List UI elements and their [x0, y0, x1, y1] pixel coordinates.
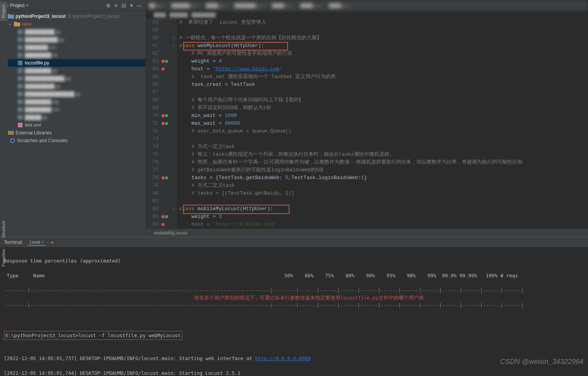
scratch-icon — [9, 138, 16, 143]
sidetab-favorites[interactable]: Favorites — [0, 246, 7, 270]
svg-rect-17 — [18, 115, 23, 120]
tree-item[interactable]: ████████.log — [0, 98, 146, 106]
term-cmd-line: E:\pythonProject3_locust>locust -f locus… — [4, 331, 584, 340]
xml-file-icon — [17, 122, 23, 128]
library-icon — [8, 130, 14, 136]
svg-rect-9 — [18, 53, 23, 57]
terminal-tabs: Terminal: Local × + — [0, 237, 588, 247]
folder-icon — [14, 21, 20, 27]
expand-icon[interactable]: ≡ — [112, 2, 120, 9]
tree-item[interactable]: ██████████.py — [0, 36, 146, 44]
term-sep: --------|-------------------------------… — [4, 301, 584, 309]
svg-rect-8 — [18, 45, 23, 50]
tree-testxml[interactable]: test.xml — [0, 121, 146, 129]
tree-item[interactable]: █████.py — [0, 113, 146, 121]
locate-icon[interactable]: ⊕ — [104, 2, 112, 9]
code-area[interactable]: 5859606162636465666768697071727374757677… — [146, 19, 588, 228]
tree-item[interactable]: ███████████████.py — [0, 90, 146, 98]
svg-rect-11 — [18, 68, 23, 73]
tree-venv[interactable]: ▸ venv — [0, 20, 146, 28]
svg-rect-15 — [18, 99, 23, 104]
folder-icon — [8, 14, 14, 19]
sidetab-structure[interactable]: Structure — [0, 218, 7, 241]
tree-item[interactable]: ███████.csv — [0, 44, 146, 51]
project-title: Project — [10, 3, 24, 8]
terminal-tab-local[interactable]: Local × — [28, 239, 46, 246]
svg-rect-19 — [8, 131, 10, 135]
tree-item[interactable]: ████████████.py — [0, 75, 146, 82]
tree-scratches[interactable]: Scratches and Consoles — [0, 137, 146, 144]
tree-ext-libs[interactable]: ▸ External Libraries — [0, 129, 146, 137]
svg-rect-13 — [18, 84, 23, 89]
svg-rect-16 — [18, 107, 23, 112]
term-annotation: 存在多个用户类别的情况下，可通过命令行参数传递来指定要使用locustfile.… — [194, 294, 424, 301]
svg-rect-7 — [18, 37, 23, 42]
left-sidebar-bottom: Structure Favorites — [0, 218, 9, 270]
editor-tabs[interactable]: ██.py ×██████.py ×████.py ×███████.py ×█… — [146, 0, 588, 11]
code-content[interactable]: # 希望结束了 Locust 类型带弹入# 一群蝗虫，每一个蝗虫就是一个类的实例… — [177, 19, 588, 228]
breadcrumb: ████ › ██████ › ████████ — [146, 11, 588, 19]
highlight-box-2 — [183, 205, 290, 214]
svg-point-22 — [10, 139, 14, 143]
breadcrumb-bottom[interactable]: mobileMyLocust — [146, 228, 588, 237]
svg-rect-18 — [18, 123, 23, 127]
svg-rect-10 — [18, 61, 23, 65]
term-sep: --------|-------------------------------… — [4, 287, 584, 294]
terminal-add-tab[interactable]: + — [50, 239, 54, 245]
settings-icon[interactable]: ✶ — [128, 2, 135, 9]
highlight-box-1 — [183, 42, 288, 50]
svg-rect-5 — [14, 22, 17, 23]
term-log: [2022-12-05 14:05:01,737] DESKTOP-1PDAUM… — [4, 355, 584, 362]
term-columns: Type Name 50% 66% 75% 80% 90% 95% 98% 99… — [4, 272, 584, 279]
code-editor: ██.py ×██████.py ×████.py ×███████.py ×█… — [146, 0, 588, 237]
left-sidebar: Project — [0, 2, 8, 219]
dropdown-icon[interactable]: ▾ — [26, 3, 28, 8]
svg-rect-21 — [12, 131, 14, 135]
terminal-panel: Terminal: Local × + Response time percen… — [0, 237, 588, 376]
project-tree[interactable]: ▾ pythonProject3_locust E:\pythonProject… — [0, 11, 146, 146]
tree-item[interactable]: █████████.py — [0, 28, 146, 36]
svg-rect-3 — [8, 14, 10, 15]
tree-item[interactable]: ████████.py — [0, 67, 146, 75]
svg-rect-6 — [18, 30, 23, 34]
svg-rect-2 — [8, 15, 14, 19]
gutter-marks — [161, 19, 170, 228]
watermark: CSDN @weixin_34322964 — [500, 358, 583, 366]
tree-item[interactable]: █████████.py — [0, 82, 146, 90]
tree-item[interactable]: ████████.txt — [0, 51, 146, 59]
svg-rect-14 — [18, 92, 23, 96]
svg-rect-12 — [18, 76, 23, 81]
sidetab-project[interactable]: Project — [0, 2, 7, 21]
svg-rect-4 — [14, 23, 20, 26]
collapse-icon[interactable]: ⊟ — [120, 2, 128, 9]
python-file-icon — [17, 60, 23, 66]
svg-rect-20 — [10, 131, 12, 135]
fold-column[interactable]: ⊖⊖⊖ — [170, 19, 177, 228]
hide-icon[interactable]: — — [135, 2, 143, 9]
project-header: Project ▾ ⊕ ≡ ⊟ ✶ — — [0, 0, 146, 11]
tree-item[interactable]: ████████.csv — [0, 106, 146, 113]
term-header: Response time percentiles (approximated) — [4, 257, 584, 265]
project-panel: Project ▾ ⊕ ≡ ⊟ ✶ — ▾ pythonProject3_loc… — [0, 0, 146, 237]
line-numbers: 5859606162636465666768697071727374757677… — [146, 19, 161, 228]
tree-selected-file[interactable]: locustfile.py — [0, 59, 146, 67]
term-log: [2022-12-05 14:05:01,744] DESKTOP-1PDAUM… — [4, 369, 584, 376]
tree-root[interactable]: ▾ pythonProject3_locust E:\pythonProject… — [0, 12, 146, 20]
terminal-output[interactable]: Response time percentiles (approximated)… — [0, 247, 588, 376]
